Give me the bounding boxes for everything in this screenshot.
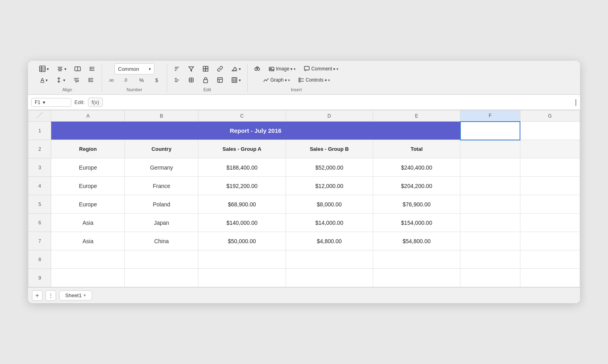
col-header-d[interactable]: D <box>286 110 373 122</box>
image-button[interactable]: Image ▾ <box>265 63 299 74</box>
cell-b8[interactable] <box>125 250 198 269</box>
percent-icon[interactable]: % <box>136 74 148 86</box>
cell-b7[interactable]: China <box>125 232 198 250</box>
cell-reference[interactable]: F1 ▾ <box>31 98 71 107</box>
cell-e2[interactable]: Total <box>373 140 460 158</box>
fx-button[interactable]: f(x) <box>88 98 103 107</box>
align-center-icon[interactable]: ▾ <box>54 63 70 74</box>
cell-c5[interactable]: $68,900.00 <box>198 195 286 214</box>
title-cell[interactable]: Report - July 2016 <box>51 122 460 140</box>
cell-f2[interactable] <box>460 140 520 158</box>
cell-b3[interactable]: Germany <box>125 158 198 177</box>
cell-a9[interactable] <box>51 269 125 287</box>
cell-c4[interactable]: $192,200.00 <box>198 177 286 195</box>
cell-c6[interactable]: $140,000.00 <box>198 214 286 232</box>
cell-d7[interactable]: $4,800.00 <box>286 232 373 250</box>
cell-f3[interactable] <box>460 158 520 177</box>
cell-g7[interactable] <box>520 232 580 250</box>
cell-d6[interactable]: $14,000.00 <box>286 214 373 232</box>
add-sheet-button[interactable]: + <box>32 290 42 301</box>
pivot-icon[interactable] <box>199 63 212 74</box>
col-header-f[interactable]: F <box>460 110 520 122</box>
border-icon[interactable]: ▾ <box>228 74 244 86</box>
sheet-menu-button[interactable]: ⋮ <box>46 290 56 301</box>
decimal-inc-icon[interactable]: .00 <box>105 74 118 86</box>
controls-button[interactable]: Controls ▾ <box>295 74 333 86</box>
font-color-icon[interactable]: A ▾ <box>37 74 50 86</box>
formula-input[interactable] <box>106 99 572 105</box>
eraser-icon[interactable]: ▾ <box>228 63 244 74</box>
cell-d2[interactable]: Sales - Group B <box>286 140 373 158</box>
sheet-icon[interactable] <box>214 74 226 86</box>
cell-c8[interactable] <box>198 250 286 269</box>
cell-a5[interactable]: Europe <box>51 195 125 214</box>
col-header-e[interactable]: E <box>373 110 460 122</box>
cell-f1[interactable] <box>460 122 520 140</box>
cell-c7[interactable]: $50,000.00 <box>198 232 286 250</box>
cell-f5[interactable] <box>460 195 520 214</box>
cell-g5[interactable] <box>520 195 580 214</box>
cell-g4[interactable] <box>520 177 580 195</box>
lock-icon[interactable] <box>199 74 212 86</box>
cell-d8[interactable] <box>286 250 373 269</box>
cell-a7[interactable]: Asia <box>51 232 125 250</box>
cell-a3[interactable]: Europe <box>51 158 125 177</box>
col-header-b[interactable]: B <box>125 110 198 122</box>
col-header-a[interactable]: A <box>51 110 125 122</box>
cell-c2[interactable]: Sales - Group A <box>198 140 286 158</box>
cell-f6[interactable] <box>460 214 520 232</box>
cell-d3[interactable]: $52,000.00 <box>286 158 373 177</box>
cell-e3[interactable]: $240,400.00 <box>373 158 460 177</box>
cell-b4[interactable]: France <box>125 177 198 195</box>
cell-a6[interactable]: Asia <box>51 214 125 232</box>
currency-icon[interactable]: $ <box>151 74 164 86</box>
cell-e5[interactable]: $76,900.00 <box>373 195 460 214</box>
binoculars-icon[interactable] <box>251 63 264 74</box>
cell-c9[interactable] <box>198 269 286 287</box>
cell-f9[interactable] <box>460 269 520 287</box>
cell-e8[interactable] <box>373 250 460 269</box>
valign-icon[interactable]: ▾ <box>52 74 68 86</box>
freeze-icon[interactable] <box>185 74 198 86</box>
indent-left-icon[interactable] <box>84 74 97 86</box>
cell-b5[interactable]: Poland <box>125 195 198 214</box>
cell-c3[interactable]: $188,400.00 <box>198 158 286 177</box>
cell-e4[interactable]: $204,200.00 <box>373 177 460 195</box>
cell-d9[interactable] <box>286 269 373 287</box>
sort-icon[interactable] <box>170 63 183 74</box>
link-icon[interactable] <box>214 63 226 74</box>
cell-a2[interactable]: Region <box>51 140 125 158</box>
merge-icon[interactable] <box>71 63 84 74</box>
filter-icon[interactable] <box>185 63 198 74</box>
cell-b2[interactable]: Country <box>125 140 198 158</box>
cell-a4[interactable]: Europe <box>51 177 125 195</box>
decimal-dec-icon[interactable]: .0 <box>120 74 133 86</box>
cell-g9[interactable] <box>520 269 580 287</box>
cell-g8[interactable] <box>520 250 580 269</box>
cell-g3[interactable] <box>520 158 580 177</box>
wrap-icon[interactable] <box>70 74 83 86</box>
cell-e6[interactable]: $154,000.00 <box>373 214 460 232</box>
cell-a8[interactable] <box>51 250 125 269</box>
indent-right-icon[interactable] <box>86 63 98 74</box>
table-icon[interactable]: ▾ <box>36 63 52 74</box>
cell-d5[interactable]: $8,000.00 <box>286 195 373 214</box>
cell-e9[interactable] <box>373 269 460 287</box>
cell-g1[interactable] <box>520 122 580 140</box>
cell-f4[interactable] <box>460 177 520 195</box>
sheet-tab-sheet1[interactable]: Sheet1 ▾ <box>59 290 92 300</box>
cell-f7[interactable] <box>460 232 520 250</box>
graph-button[interactable]: Graph ▾ <box>260 74 293 86</box>
cell-g6[interactable] <box>520 214 580 232</box>
cell-b9[interactable] <box>125 269 198 287</box>
col-header-g[interactable]: G <box>520 110 580 122</box>
cell-f8[interactable] <box>460 250 520 269</box>
col-header-c[interactable]: C <box>198 110 286 122</box>
sort2-icon[interactable] <box>170 74 183 86</box>
number-format-dropdown[interactable]: Common ▾ <box>114 63 154 74</box>
cell-d4[interactable]: $12,000.00 <box>286 177 373 195</box>
comment-button[interactable]: Comment ▾ <box>300 63 342 74</box>
cell-e7[interactable]: $54,800.00 <box>373 232 460 250</box>
cell-b6[interactable]: Japan <box>125 214 198 232</box>
cell-g2[interactable] <box>520 140 580 158</box>
